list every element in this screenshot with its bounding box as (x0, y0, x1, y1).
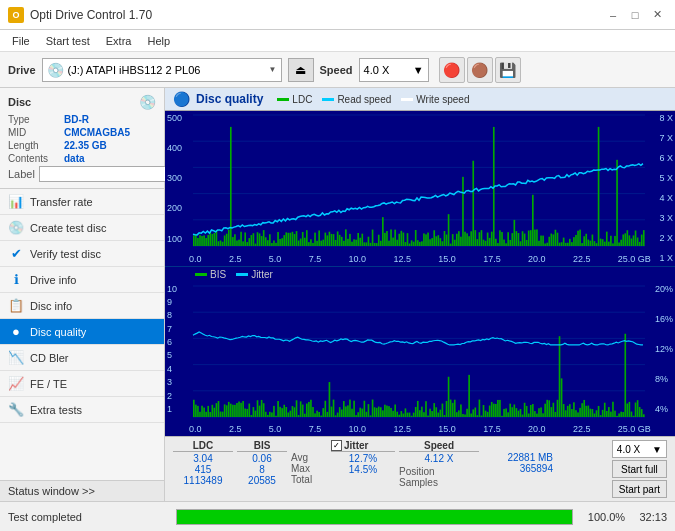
bottom-chart-legend: BIS Jitter (165, 266, 675, 282)
titlebar-controls: – □ ✕ (603, 5, 667, 25)
disc-info-icon: 📋 (8, 298, 24, 313)
top-chart-y-axis-right: 8 X 7 X 6 X 5 X 4 X 3 X 2 X 1 X (659, 111, 673, 266)
minimize-button[interactable]: – (603, 5, 623, 25)
start-part-button[interactable]: Start part (612, 480, 667, 498)
top-chart: 8 X 7 X 6 X 5 X 4 X 3 X 2 X 1 X 500 400 … (165, 111, 675, 266)
jitter-header-label: Jitter (344, 440, 368, 451)
create-test-disc-icon: 💿 (8, 220, 24, 235)
menu-start-test[interactable]: Start test (38, 33, 98, 49)
ldc-total: 1113489 (173, 475, 233, 486)
disc-label-label: Label (8, 168, 35, 180)
bottom-chart: 20% 16% 12% 8% 4% 10 9 8 7 6 5 4 3 2 (165, 282, 675, 437)
position-label: Position (399, 466, 479, 477)
avg-label: Avg (291, 452, 327, 463)
bis-column: BIS 0.06 8 20585 (237, 440, 287, 486)
status-text: Test completed (8, 511, 168, 523)
cd-bler-icon: 📉 (8, 350, 24, 365)
legend-ldc: LDC (277, 94, 312, 105)
menu-file[interactable]: File (4, 33, 38, 49)
top-chart-y-axis-left: 500 400 300 200 100 (167, 111, 182, 246)
bottom-chart-y-axis-left: 10 9 8 7 6 5 4 3 2 1 (167, 282, 177, 417)
sidebar-item-label-extra-tests: Extra tests (30, 404, 82, 416)
legend-ldc-color (277, 98, 289, 101)
extra-tests-icon: 🔧 (8, 402, 24, 417)
sidebar-item-disc-quality[interactable]: ● Disc quality (0, 319, 164, 345)
disc-quality-icon: ● (8, 324, 24, 339)
samples-label: Samples (399, 477, 479, 488)
ldc-header: LDC (173, 440, 233, 452)
disc-quality-icon-header: 🔵 (173, 91, 190, 107)
bis-header: BIS (237, 440, 287, 452)
ldc-avg: 3.04 (173, 453, 233, 464)
sidebar-nav: 📊 Transfer rate 💿 Create test disc ✔ Ver… (0, 189, 164, 480)
eject-button[interactable]: ⏏ (288, 58, 314, 82)
top-chart-x-axis: 0.0 2.5 5.0 7.5 10.0 12.5 15.0 17.5 20.0… (189, 254, 651, 264)
disc-label-input[interactable] (39, 166, 168, 182)
position-val: 22881 MB (483, 452, 553, 463)
ldc-column: LDC 3.04 415 1113489 (173, 440, 233, 486)
sidebar-item-fe-te[interactable]: 📈 FE / TE (0, 371, 164, 397)
disc-section: Disc 💿 Type BD-R MID CMCMAGBA5 Length 22… (0, 88, 164, 189)
jitter-header: ✓ Jitter (331, 440, 395, 452)
close-button[interactable]: ✕ (647, 5, 667, 25)
drive-info-icon: ℹ (8, 272, 24, 287)
drive-dropdown-icon: ▼ (269, 65, 277, 74)
disc-type-label: Type (8, 114, 64, 125)
disc-length-value: 22.35 GB (64, 140, 156, 151)
bis-avg: 0.06 (237, 453, 287, 464)
legend-jitter-label: Jitter (251, 269, 273, 280)
speed-dropdown-icon: ▼ (652, 444, 662, 455)
samples-val: 365894 (483, 463, 553, 474)
speed-dropdown[interactable]: 4.0 X ▼ (612, 440, 667, 458)
start-full-button[interactable]: Start full (612, 460, 667, 478)
sidebar-item-label-disc-info: Disc info (30, 300, 72, 312)
menu-extra[interactable]: Extra (98, 33, 140, 49)
max-label: Max (291, 463, 327, 474)
speed-label: Speed (320, 64, 353, 76)
speed-dropdown-val: 4.0 X (617, 444, 652, 455)
drive-select[interactable]: 💿 (J:) ATAPI iHBS112 2 PL06 ▼ (42, 58, 282, 82)
sidebar-item-extra-tests[interactable]: 🔧 Extra tests (0, 397, 164, 423)
sidebar-item-verify-test-disc[interactable]: ✔ Verify test disc (0, 241, 164, 267)
sidebar-item-drive-info[interactable]: ℹ Drive info (0, 267, 164, 293)
disc-section-title: Disc (8, 96, 31, 108)
sidebar-item-cd-bler[interactable]: 📉 CD Bler (0, 345, 164, 371)
speed-column: Speed 4.12 X Position Samples (399, 440, 479, 488)
legend-write-speed-label: Write speed (416, 94, 469, 105)
app-icon: O (8, 7, 24, 23)
position-samples-column: 22881 MB 365894 (483, 452, 553, 474)
drive-value: (J:) ATAPI iHBS112 2 PL06 (68, 64, 269, 76)
maximize-button[interactable]: □ (625, 5, 645, 25)
menu-help[interactable]: Help (139, 33, 178, 49)
content-area: 🔵 Disc quality LDC Read speed Write spee… (165, 88, 675, 501)
titlebar-title: Opti Drive Control 1.70 (30, 8, 603, 22)
fe-te-icon: 📈 (8, 376, 24, 391)
disc-icon[interactable]: 💿 (139, 94, 156, 110)
jitter-checkbox[interactable]: ✓ (331, 440, 342, 451)
toolbar-icon-1[interactable]: 🔴 (439, 57, 465, 83)
status-window-label: Status window >> (8, 485, 95, 497)
sidebar-item-disc-info[interactable]: 📋 Disc info (0, 293, 164, 319)
charts-container: 8 X 7 X 6 X 5 X 4 X 3 X 2 X 1 X 500 400 … (165, 111, 675, 436)
row-labels: Avg Max Total (291, 452, 327, 485)
speed-val: 4.12 X (399, 453, 479, 464)
titlebar: O Opti Drive Control 1.70 – □ ✕ (0, 0, 675, 30)
legend-bis-color (195, 273, 207, 276)
disc-contents-value: data (64, 153, 156, 164)
toolbar-icon-3[interactable]: 💾 (495, 57, 521, 83)
sidebar-item-transfer-rate[interactable]: 📊 Transfer rate (0, 189, 164, 215)
legend-ldc-label: LDC (292, 94, 312, 105)
verify-test-disc-icon: ✔ (8, 246, 24, 261)
sidebar-item-label-verify-test-disc: Verify test disc (30, 248, 101, 260)
speed-dropdown-icon: ▼ (413, 64, 424, 76)
sidebar-item-label-create-test-disc: Create test disc (30, 222, 106, 234)
legend-read-speed-label: Read speed (337, 94, 391, 105)
status-window-button[interactable]: Status window >> (0, 480, 164, 501)
sidebar-item-label-drive-info: Drive info (30, 274, 76, 286)
progress-bar-fill (177, 510, 572, 524)
sidebar-item-label-fe-te: FE / TE (30, 378, 67, 390)
toolbar-icon-2[interactable]: 🟤 (467, 57, 493, 83)
sidebar-item-create-test-disc[interactable]: 💿 Create test disc (0, 215, 164, 241)
speed-select[interactable]: 4.0 X ▼ (359, 58, 429, 82)
drivebar: Drive 💿 (J:) ATAPI iHBS112 2 PL06 ▼ ⏏ Sp… (0, 52, 675, 88)
